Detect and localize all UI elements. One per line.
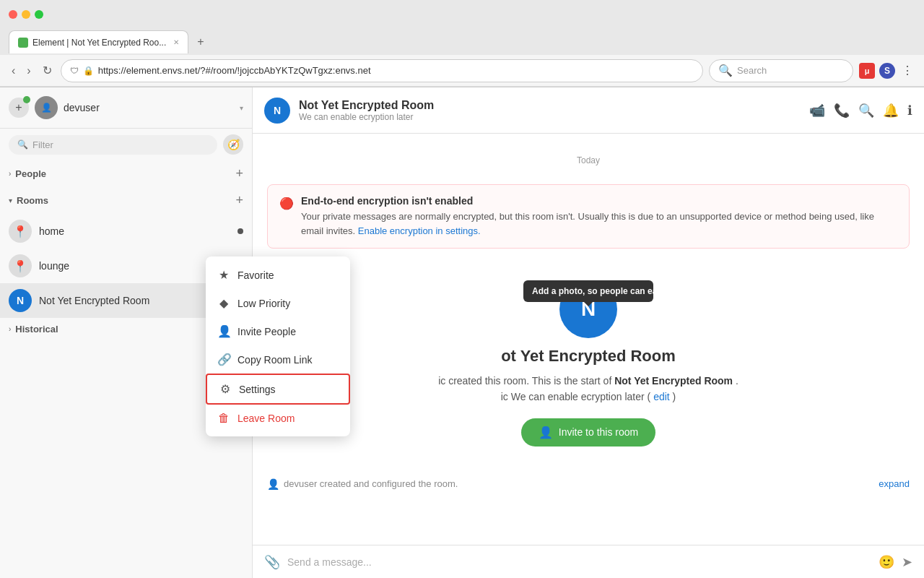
traffic-lights [9, 10, 43, 19]
close-button[interactable] [9, 10, 17, 19]
forward-button[interactable]: › [24, 61, 33, 80]
menu-item-favorite[interactable]: ★ Favorite [206, 261, 350, 289]
card-room-name-bold: Not Yet Encrypted Room [614, 375, 733, 387]
user-avatar: 👤 [35, 96, 58, 119]
room-lounge-icon: 📍 [9, 254, 32, 277]
filter-search-icon: 🔍 [17, 139, 28, 150]
send-icon[interactable]: ➤ [902, 554, 912, 570]
photo-tooltip: Add a photo, so people can easily spot y… [523, 280, 653, 302]
nav-bar: ‹ › ↻ 🛡 🔒 https://element.envs.net/?#/ro… [0, 55, 924, 87]
people-chevron-icon: › [9, 170, 11, 178]
room-home-name: home [39, 225, 230, 237]
header-actions: 📹 📞 🔍 🔔 ℹ [809, 103, 912, 118]
filter-input[interactable]: 🔍 Filter [9, 135, 217, 155]
filter-placeholder: Filter [32, 139, 53, 150]
address-bar[interactable]: 🛡 🔒 https://element.envs.net/?#/room/!jo… [61, 59, 703, 82]
message-input-area: 📎 🙂 ➤ [253, 545, 924, 578]
link-icon: 🔗 [217, 353, 230, 366]
tab-title: Element | Not Yet Encrypted Roo... [32, 38, 166, 48]
video-call-icon[interactable]: 📹 [809, 103, 825, 118]
edit-link[interactable]: edit [653, 391, 670, 402]
sync-icon[interactable]: S [879, 63, 895, 79]
room-encrypted-name: Not Yet Encrypted Room [39, 295, 212, 306]
menu-item-leave[interactable]: 🗑 Leave Room [206, 405, 350, 432]
room-header-avatar: N [264, 98, 290, 124]
attachment-icon[interactable]: 📎 [264, 554, 280, 570]
maximize-button[interactable] [35, 10, 43, 19]
expand-button[interactable]: expand [879, 478, 910, 489]
avatar-icon: 👤 [41, 103, 52, 113]
tab-favicon [18, 38, 28, 48]
new-tab-button[interactable]: + [191, 33, 209, 51]
notification-badge [23, 96, 30, 103]
menu-item-invite-people[interactable]: 👤 Invite People [206, 317, 350, 345]
add-room-button[interactable]: + [235, 193, 243, 208]
warning-title: End-to-end encryption isn't enabled [301, 195, 897, 207]
menu-low-priority-label: Low Priority [237, 298, 290, 309]
enable-encryption-link[interactable]: Enable encryption in settings. [358, 225, 481, 236]
add-button[interactable]: + [9, 98, 29, 118]
system-message-text: devuser created and configured the room. [284, 478, 458, 489]
system-user-icon: 👤 [267, 478, 279, 490]
notifications-icon[interactable]: 🔔 [883, 103, 899, 118]
menu-item-copy-link[interactable]: 🔗 Copy Room Link [206, 345, 350, 374]
search-room-icon[interactable]: 🔍 [858, 103, 874, 118]
room-header: N Not Yet Encrypted Room We can enable e… [253, 87, 924, 134]
card-topic: ic [501, 391, 511, 402]
back-button[interactable]: ‹ [9, 61, 18, 80]
main-content: N Not Yet Encrypted Room We can enable e… [253, 87, 924, 578]
filter-row: 🔍 Filter 🧭 [0, 129, 252, 160]
menu-item-settings[interactable]: ⚙ Settings [206, 374, 350, 405]
invite-to-room-button[interactable]: 👤 Invite to this room [521, 418, 656, 447]
menu-item-low-priority[interactable]: ◆ Low Priority [206, 289, 350, 317]
menu-leave-label: Leave Room [237, 413, 295, 424]
emoji-icon[interactable]: 🙂 [879, 554, 894, 570]
menu-invite-label: Invite People [237, 326, 296, 337]
star-icon: ★ [217, 268, 230, 282]
room-home-icon: 📍 [9, 220, 32, 243]
chat-area: Today 🔴 End-to-end encryption isn't enab… [253, 134, 924, 545]
explore-button[interactable]: 🧭 [223, 134, 243, 155]
leave-icon: 🗑 [217, 412, 230, 425]
card-edit-close-paren: ) [673, 391, 676, 402]
rooms-section-header[interactable]: ▾ Rooms + [0, 187, 252, 214]
lock-icon: 🔒 [83, 66, 94, 76]
invite-icon: 👤 [217, 324, 230, 338]
context-menu: ★ Favorite ◆ Low Priority 👤 Invite Peopl… [206, 256, 350, 436]
refresh-button[interactable]: ↻ [40, 61, 55, 80]
more-menu-icon[interactable]: ⋮ [899, 63, 915, 79]
voice-call-icon[interactable]: 📞 [834, 103, 850, 118]
card-desc-suffix: . [736, 375, 738, 387]
system-message: 👤 devuser created and configured the roo… [267, 473, 910, 496]
room-encrypted-icon: N [9, 289, 32, 312]
invite-btn-label: Invite to this room [559, 426, 639, 438]
menu-copy-link-label: Copy Room Link [237, 354, 313, 366]
people-section-title: People [15, 168, 235, 179]
room-photo[interactable]: N Add a photo, so people can easily spot… [559, 280, 617, 338]
message-input[interactable] [287, 556, 871, 568]
extensions-icon[interactable]: μ [859, 63, 875, 79]
browser-search-bar[interactable]: 🔍 Search [709, 59, 853, 82]
room-card-description: ic created this room. This is the start … [282, 373, 895, 405]
active-tab[interactable]: Element | Not Yet Encrypted Roo... ✕ [9, 30, 188, 53]
room-item-home[interactable]: 📍 home [0, 214, 252, 249]
menu-settings-label: Settings [239, 384, 276, 395]
people-section-header[interactable]: › People + [0, 160, 252, 187]
room-header-title: Not Yet Encrypted Room [299, 99, 801, 112]
gear-icon: ⚙ [219, 382, 232, 396]
menu-favorite-label: Favorite [237, 269, 274, 281]
room-header-info: Not Yet Encrypted Room We can enable ecr… [299, 99, 801, 122]
tab-bar: Element | Not Yet Encrypted Roo... ✕ + [0, 29, 924, 55]
add-people-button[interactable]: + [235, 166, 243, 181]
minimize-button[interactable] [22, 10, 30, 19]
card-topic-text: We can enable ecryption later [511, 391, 645, 402]
room-info-icon[interactable]: ℹ [907, 103, 912, 118]
historical-chevron-icon: › [9, 325, 11, 333]
invite-btn-icon: 👤 [539, 426, 553, 439]
card-edit-paren: ( [648, 391, 651, 402]
chevron-down-icon: ▾ [240, 104, 243, 112]
tab-close-icon[interactable]: ✕ [173, 38, 179, 46]
sidebar-header: + 👤 devuser ▾ [0, 87, 252, 129]
encryption-warning: 🔴 End-to-end encryption isn't enabled Yo… [267, 184, 910, 249]
diamond-icon: ◆ [217, 296, 230, 310]
